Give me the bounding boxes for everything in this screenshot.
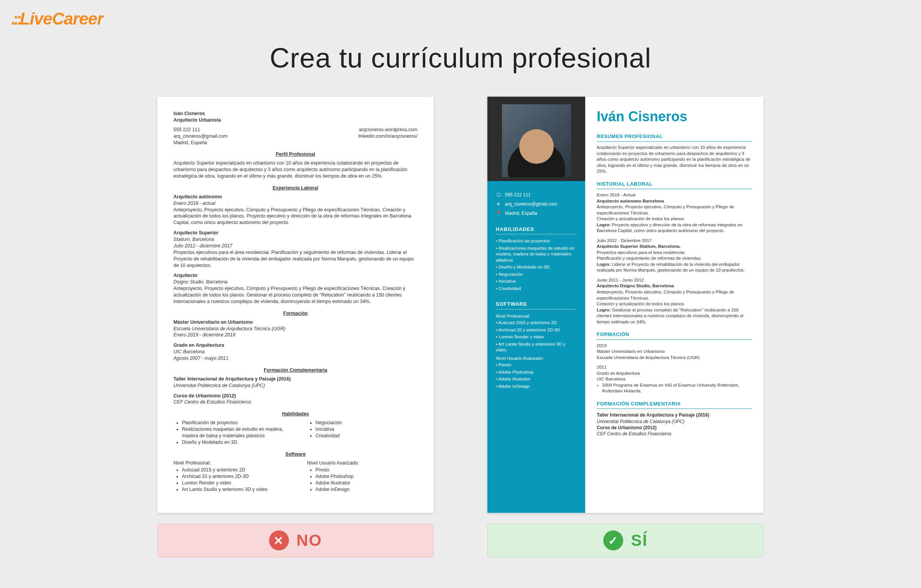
logo: .::LiveCareer bbox=[11, 9, 103, 28]
bad-sw-pro-label: Nivel Profesional: bbox=[173, 460, 284, 466]
good-resumen: Arquitecto Superior especializado en urb… bbox=[597, 145, 752, 175]
good-job: Julio 2012 - Diciembre 2017Arquitecto Su… bbox=[597, 238, 752, 273]
skill-item: Diseño y Modelado en 3D. bbox=[182, 439, 284, 446]
skill-item: Iniciativa bbox=[496, 278, 577, 285]
good-edu: 2011Grado en ArquitecturaUIC Barcelona20… bbox=[597, 364, 752, 394]
bad-web: arqcisneros.wordpress.com bbox=[359, 127, 418, 133]
badge-no-label: NO bbox=[297, 531, 322, 550]
skill-item: Realizaciones maquetas de estudio en mad… bbox=[496, 245, 577, 264]
software-item: Archicad 20 y anteriores 2D-3D bbox=[182, 473, 284, 480]
badge-si: ✓ SÍ bbox=[487, 524, 764, 557]
good-sw-adv-label: Nivel Usuario Avanzado: bbox=[496, 356, 577, 362]
bad-column: Iván Cisneros Arquitecto Urbanista 555 2… bbox=[157, 97, 434, 557]
software-item: Presto bbox=[496, 362, 577, 368]
skill-item: Negociación bbox=[496, 272, 577, 278]
bad-job: Arquitecto SuperiorStatium, BarcelonaJul… bbox=[173, 230, 418, 268]
bad-phone: 555 222 111 bbox=[173, 127, 200, 133]
software-item: Lumion Render y video bbox=[496, 334, 577, 340]
skill-item: Planificación de proyectos bbox=[496, 238, 577, 244]
bad-perfil-h: Perfil Profesional bbox=[173, 151, 418, 158]
bad-edu: Grado en ArquitecturaUIC BarcelonaAgosto… bbox=[173, 342, 418, 362]
bad-role: Arquitecto Urbanista bbox=[173, 117, 418, 124]
good-job: Enero 2018 - ActualArquitecto autónomo B… bbox=[597, 192, 752, 234]
location-icon: 📍 bbox=[496, 211, 501, 216]
bad-perfil-body: Arquitecto Superior especializado en urb… bbox=[173, 160, 418, 180]
software-item: Presto bbox=[315, 467, 418, 473]
software-item: Adobe Illustrator bbox=[496, 376, 577, 382]
email-icon: ✈ bbox=[496, 201, 501, 207]
good-formc-h: FORMACIÓN COMPLEMENTARIA bbox=[597, 400, 752, 409]
bad-formc-h: Formación Complementaria bbox=[173, 367, 418, 374]
software-item: Archicad 20 y anteriores 2D-3D bbox=[496, 327, 577, 333]
badge-no: ✕ NO bbox=[157, 524, 434, 557]
bad-edu-extra: Taller Internacional de Arquitectura y P… bbox=[173, 376, 418, 389]
good-phone: 555 222 111 bbox=[505, 192, 531, 198]
skill-item: Iniciativa bbox=[315, 426, 418, 433]
software-item: Adobe InDesign bbox=[496, 384, 577, 390]
bad-hab-h: Habilidades bbox=[173, 411, 418, 417]
good-email: arq_cisneros@gmail.com bbox=[505, 201, 557, 207]
check-icon: ✓ bbox=[603, 530, 623, 550]
software-item: Adobe InDesign bbox=[315, 486, 418, 493]
software-item: Autocad 2015 y anteriores 2D bbox=[496, 320, 577, 326]
skill-item: Diseño y Modelado en 3D. bbox=[496, 264, 577, 270]
bad-sw-h: Software bbox=[173, 451, 418, 458]
cv-bad: Iván Cisneros Arquitecto Urbanista 555 2… bbox=[157, 97, 434, 513]
good-hab-h: HABILIDADES bbox=[496, 226, 577, 235]
software-item: Adobe Illustrator bbox=[315, 480, 418, 486]
good-column: ☐555 222 111 ✈arq_cisneros@gmail.com 📍Ma… bbox=[487, 97, 764, 557]
compare-panel: Iván Cisneros Arquitecto Urbanista 555 2… bbox=[0, 97, 921, 557]
good-main: Iván Cisneros RESUMEN PROFESIONAL Arquit… bbox=[585, 97, 764, 513]
bad-form-h: Formación bbox=[173, 310, 418, 317]
bad-linkedin: linkedin.com/in/arqcisneros/ bbox=[358, 133, 418, 140]
good-hist-h: HISTORIAL LABORAL bbox=[597, 181, 752, 189]
good-form-h: FORMACIÓN bbox=[597, 331, 752, 340]
good-sw-h: SOFTWARE bbox=[496, 301, 577, 310]
good-edu-extra: Curso de Urbanismo (2012)CEF Centro de E… bbox=[597, 425, 752, 437]
skill-item: Realizaciones maquetas de estudio en mad… bbox=[182, 426, 284, 439]
phone-icon: ☐ bbox=[496, 192, 501, 198]
software-item: Art Lantis Studio y anteriores 3D y vide… bbox=[496, 341, 577, 353]
good-resumen-h: RESUMEN PROFESIONAL bbox=[597, 133, 752, 142]
page-title: Crea tu currículum profesional bbox=[0, 42, 921, 74]
software-item: Adobe Photoshop bbox=[315, 473, 418, 480]
software-item: Autocad 2015 y anteriores 2D bbox=[182, 467, 284, 473]
cv-good: ☐555 222 111 ✈arq_cisneros@gmail.com 📍Ma… bbox=[487, 97, 764, 513]
bad-location: Madrid, España bbox=[173, 140, 418, 146]
software-item: Adobe Photoshop bbox=[496, 369, 577, 376]
profile-photo bbox=[502, 104, 571, 177]
good-edu: 2019Máster Universitario en UrbanismoEsc… bbox=[597, 343, 752, 361]
badge-si-label: SÍ bbox=[631, 531, 648, 550]
software-item: Art Lantis Studio y anteriores 3D y vide… bbox=[182, 486, 284, 493]
bad-edu-extra: Curso de Urbanismo (2012)CEF Centro de E… bbox=[173, 393, 418, 406]
bad-exp-h: Experiencia Laboral bbox=[173, 185, 418, 191]
bad-sw-adv-label: Nivel Usuario Avanzado: bbox=[307, 460, 418, 466]
bad-name: Iván Cisneros bbox=[173, 110, 418, 117]
bad-job: Arquitecto autónomoEnero 2018 - actualAn… bbox=[173, 194, 418, 226]
x-icon: ✕ bbox=[269, 530, 289, 550]
skill-item: Creatividad bbox=[315, 433, 418, 439]
good-loc: Madrid, España bbox=[505, 210, 537, 216]
bad-edu: Máster Universitario en UrbanismoEscuela… bbox=[173, 319, 418, 339]
bad-job: ArquitectoDsigno Studio, BarcelonaAntepr… bbox=[173, 272, 418, 305]
good-sw-pro-label: Nivel Profesional: bbox=[496, 313, 577, 320]
photo-wrap bbox=[487, 97, 585, 181]
skill-item: Negociación bbox=[315, 420, 418, 426]
good-job: Junio 2011 - Junio 2012Arquitecto Dsigno… bbox=[597, 277, 752, 325]
skill-item: Planificación de proyectos bbox=[182, 420, 284, 426]
good-edu-extra: Taller Internacional de Arquitectura y P… bbox=[597, 412, 752, 424]
software-item: Lumion Render y video bbox=[182, 480, 284, 486]
bad-email: arq_cisneros@gmail.com bbox=[173, 133, 228, 140]
good-sidebar: ☐555 222 111 ✈arq_cisneros@gmail.com 📍Ma… bbox=[487, 97, 585, 513]
good-name: Iván Cisneros bbox=[597, 107, 752, 126]
skill-item: Creatividad bbox=[496, 286, 577, 292]
